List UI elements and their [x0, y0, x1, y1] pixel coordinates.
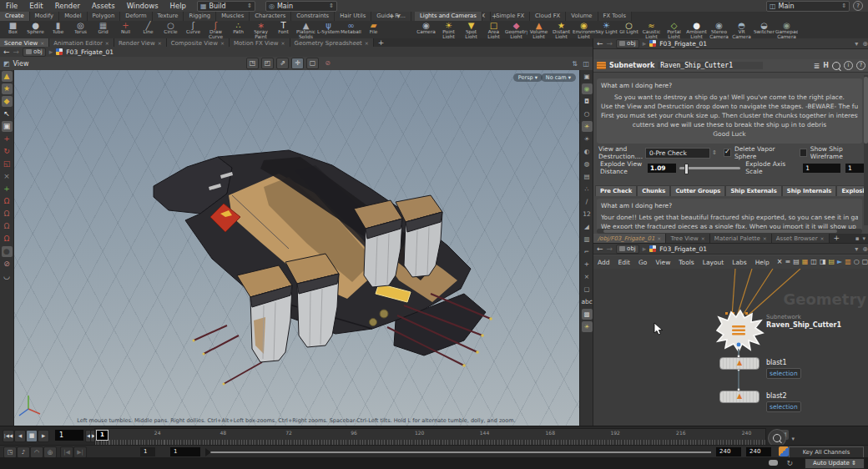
audio-toggle-icon[interactable]: ♪ [17, 446, 30, 458]
shade-sphere-icon[interactable]: ● [2, 246, 13, 257]
folder-tab[interactable]: Cutter Groups [670, 185, 725, 196]
node-label[interactable]: blast1 [766, 359, 787, 366]
box-tool[interactable]: ■ Box [2, 21, 24, 38]
shelf-tab[interactable]: Rigging [184, 12, 216, 21]
point-normals-icon[interactable]: ∕ [582, 196, 593, 207]
close-tab-icon[interactable]: × [158, 40, 162, 46]
light-display-icon[interactable]: ☀ [582, 321, 593, 332]
lock-camera-icon[interactable]: ◘ [582, 96, 593, 107]
snap-edge-icon[interactable]: Ω [2, 221, 13, 232]
select-components-icon[interactable]: ◰ [261, 58, 274, 69]
pane-tab[interactable]: Asset Browser× [772, 234, 830, 243]
torus-tool[interactable]: ◎ Torus [69, 21, 92, 38]
close-tab-icon[interactable]: × [657, 235, 661, 241]
pin-icon[interactable]: ⊕ [862, 40, 868, 48]
realtime-toggle-icon[interactable]: ◳ [3, 446, 17, 458]
null-tool[interactable]: + Null [114, 21, 137, 38]
points-display-icon[interactable]: ∴ [582, 184, 593, 194]
grid-tool[interactable]: ▦ Grid [92, 21, 114, 38]
platonic-solids-tool[interactable]: ▲ Platonic Solids [295, 21, 317, 38]
menu-item[interactable]: Windows [121, 0, 164, 12]
text-overlay-icon[interactable]: abc [582, 296, 593, 307]
menu-item[interactable]: Assets [86, 0, 121, 12]
range-end-field[interactable]: 240 [716, 447, 741, 456]
gi-light-tool[interactable]: ○ GI Light [618, 21, 640, 38]
close-tab-icon[interactable]: × [701, 235, 705, 241]
vr-camera-tool[interactable]: ◓ VR Camera [730, 21, 753, 38]
menu-item[interactable]: Help [164, 0, 192, 12]
switcher-tool[interactable]: ◒ Switcher [753, 21, 775, 38]
list-icon[interactable]: ▤ [793, 258, 800, 266]
scene-keyframe-icon[interactable] [779, 446, 789, 456]
prev-key-icon[interactable]: |◀ [60, 446, 73, 458]
frame-icon[interactable]: ▢ [862, 258, 868, 266]
point-light-tool[interactable]: ☀ Point Light [437, 21, 460, 38]
axis-tool-icon[interactable]: + [2, 184, 13, 194]
scene-selector[interactable]: ◎ Main ⇕ [265, 1, 337, 12]
stop-button[interactable]: ■ [26, 430, 38, 442]
camera-menu[interactable]: No cam ▾ [541, 73, 576, 82]
sculpt-icon[interactable]: ◡ [2, 271, 13, 282]
snapshot-icon[interactable]: ▣ [582, 71, 593, 82]
gear-icon[interactable]: ≣ [814, 62, 820, 70]
folder-tab[interactable]: Ship Externals [725, 185, 781, 196]
show-wireframe-checkbox[interactable] [800, 149, 807, 157]
breadcrumb-root[interactable]: obj [23, 48, 46, 57]
shelf-tab[interactable]: Deform [120, 12, 152, 21]
blast1-node[interactable]: ▲ [719, 357, 760, 370]
help-icon[interactable]: ? [853, 1, 863, 11]
current-frame-marker[interactable]: 1 [96, 430, 108, 441]
flashlight-icon[interactable]: ★ [2, 83, 13, 94]
sticky-note-icon[interactable]: ▤ [828, 258, 835, 266]
curve-tool[interactable]: ʃ Curve [182, 21, 204, 38]
camera-tool[interactable]: ◉ Camera [415, 21, 437, 38]
sphere-tool[interactable]: ● Sphere [24, 21, 47, 38]
scale-handle-icon[interactable]: ◱ [2, 159, 13, 169]
spinner-icon[interactable]: ⇕ [712, 149, 717, 156]
shelf-tab-lights-cameras[interactable]: Lights and Cameras [415, 12, 482, 21]
normal-lighting-icon[interactable]: ☀ [582, 121, 593, 132]
shelf-tab[interactable]: Characters [250, 12, 291, 21]
close-tab-icon[interactable]: × [220, 40, 225, 46]
pin-icon[interactable]: ⊕ [862, 245, 868, 253]
find-icon[interactable]: ○ [854, 258, 860, 266]
palette-icon[interactable]: ▦ [802, 258, 809, 266]
close-tab-icon[interactable]: × [820, 235, 825, 241]
pose-tool-icon[interactable]: × [2, 171, 13, 182]
point-numbers-icon[interactable]: 12 [582, 209, 593, 219]
file-tool[interactable]: ▰ File [362, 21, 385, 38]
visibility-icon[interactable]: ⊘ [2, 259, 13, 270]
area-light-tool[interactable]: □ Area Light [482, 21, 505, 38]
add-shelf-icon[interactable]: + ▾ [386, 12, 403, 21]
node-label[interactable]: blast2 [766, 392, 787, 400]
back-icon[interactable]: ← [597, 245, 603, 253]
pane-split-icon[interactable]: ⇅ [572, 60, 578, 68]
sky-light-tool[interactable]: ☀ Sky Light [595, 21, 618, 38]
desktop-selector[interactable]: ▦ Build ⇕ [197, 1, 255, 12]
network-menu-item[interactable]: View [651, 259, 674, 266]
breadcrumb-root[interactable]: obj [616, 39, 639, 48]
folder-tab[interactable]: Pre Check [595, 185, 637, 196]
pane-tab[interactable]: Tree View× [666, 234, 709, 243]
global-start-field[interactable]: 1 [140, 447, 155, 456]
path-dropdown-icon[interactable]: ▾ [855, 40, 858, 48]
light-box-icon[interactable]: ◆ [2, 96, 13, 107]
network-menu-item[interactable]: Add [593, 259, 614, 266]
pane-link-icon[interactable]: ◩ [3, 60, 10, 68]
timeline-ruler[interactable]: 24487296120144168192216240 1 [94, 428, 766, 446]
back-icon[interactable]: ← [3, 48, 10, 56]
shelf-tab[interactable]: Muscles [216, 12, 250, 21]
background-image-icon[interactable]: ▤ [582, 171, 593, 182]
pane-tab[interactable]: /obj/F03_Frigate_01× [593, 234, 666, 243]
shelf-tab[interactable]: Cloud FX [530, 12, 566, 21]
pane-tab[interactable]: Material Palette× [710, 234, 772, 243]
delete-vapor-checkbox[interactable] [724, 149, 731, 157]
folder-tab[interactable]: Chunks [637, 185, 670, 196]
snap-grid-icon[interactable]: Ω [2, 196, 13, 207]
close-tab-icon[interactable]: × [365, 40, 369, 46]
close-tab-icon[interactable]: × [40, 40, 44, 46]
message-bubble-icon[interactable] [769, 460, 778, 466]
explode-distance-slider[interactable] [679, 167, 741, 169]
view-destruction-dropdown[interactable]: 0-Pre Check [645, 148, 710, 159]
volatile-select-icon[interactable]: ▢ [306, 58, 319, 69]
